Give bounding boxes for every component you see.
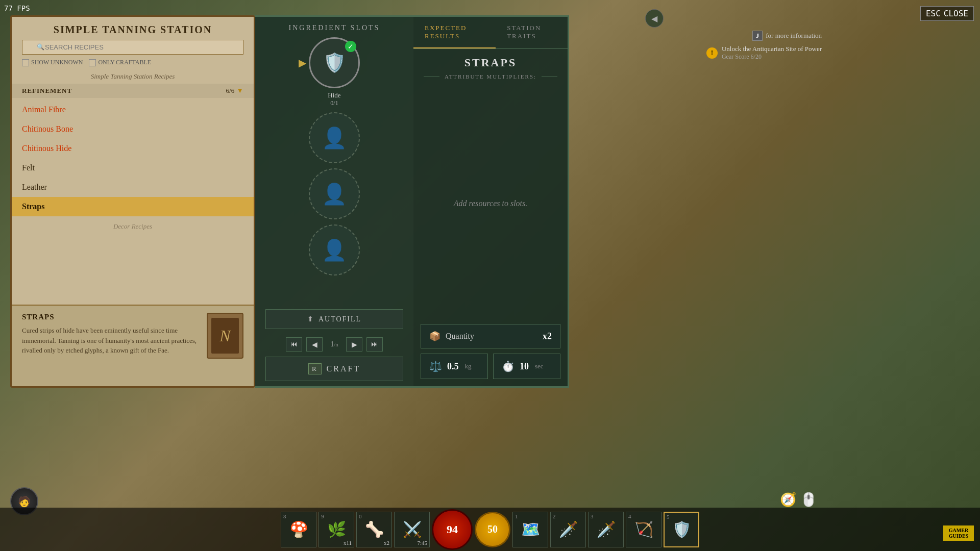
recipe-item-chitinous-hide[interactable]: Chitinous Hide <box>12 139 254 158</box>
slot-list: ▶ 🛡️ ✓ Hide 0/1 👤 👤 <box>255 37 413 289</box>
autofill-button[interactable]: ⬆ AUTOFILL <box>265 309 403 329</box>
craft-prev-button[interactable]: ◀ <box>306 337 323 352</box>
tab-expected-results[interactable]: EXPECTED RESULTS <box>413 17 496 48</box>
close-button[interactable]: ESC CLOSE <box>920 6 974 21</box>
hide-icon: 🛡️ <box>323 52 346 73</box>
hotbar-slot-8[interactable]: 8 🍄 <box>281 512 316 547</box>
slot-time: 7:45 <box>417 540 427 546</box>
slot-arrow-icon: ▶ <box>299 57 306 69</box>
craft-count-display: 1/n <box>327 340 342 348</box>
mouse-icon[interactable]: 🖱️ <box>800 492 817 508</box>
item-card: N <box>207 313 243 359</box>
n-glyph-icon: N <box>219 327 230 345</box>
slot-icon-0: 🦴 <box>365 520 384 538</box>
refinement-header: REFINEMENT 6/6 ▼ <box>12 84 254 98</box>
slot-num-2: 2 <box>553 513 556 519</box>
show-unknown-checkbox[interactable] <box>22 59 29 66</box>
weight-stat-box: ⚖️ 0.5 kg <box>421 354 488 379</box>
hotbar-slot-3[interactable]: 3 🗡️ <box>588 512 624 547</box>
only-craftable-filter[interactable]: ONLY CRAFTABLE <box>89 59 151 66</box>
ingredient-slot-2[interactable]: 👤 <box>309 112 360 163</box>
time-value: 10 <box>520 361 529 372</box>
ingredient-slot-1[interactable]: 🛡️ ✓ <box>309 37 360 88</box>
add-resources-message: Add resources to slots. <box>413 90 568 317</box>
right-tabs: EXPECTED RESULTS STATION TRAITS <box>413 17 568 49</box>
craft-nav: ⏮ ◀ 1/n ▶ ⏭ <box>255 334 413 354</box>
attr-line-left <box>424 77 439 77</box>
craft-first-button[interactable]: ⏮ <box>286 337 302 352</box>
refinement-count: 6/6 ▼ <box>226 87 243 95</box>
more-info-hint: J for more information <box>752 31 822 41</box>
right-panel: EXPECTED RESULTS STATION TRAITS STRAPS A… <box>413 15 569 388</box>
attr-line-right <box>542 77 557 77</box>
slot-num-9: 9 <box>321 513 324 519</box>
quantity-label: Quantity <box>446 332 474 341</box>
decor-recipes-label: Decor Recipes <box>12 216 254 237</box>
desc-item-title: STRAPS <box>22 313 200 321</box>
slot-num-4: 4 <box>628 513 631 519</box>
hotbar-slot-0[interactable]: 0 🦴 x2 <box>356 512 392 547</box>
compass-icon[interactable]: 🧭 <box>780 492 796 508</box>
search-input[interactable] <box>37 43 238 51</box>
show-unknown-filter[interactable]: SHOW UNKNOWN <box>22 59 83 66</box>
quantity-icon: 📦 <box>429 331 440 342</box>
slot-icon-5: 🛡️ <box>672 520 691 538</box>
ingredient-slot-3[interactable]: 👤 <box>309 168 360 219</box>
slot-count-9: x11 <box>344 540 352 546</box>
slot-num-3: 3 <box>591 513 594 519</box>
description-panel: STRAPS Cured strips of hide have been em… <box>12 305 254 386</box>
craft-last-button[interactable]: ⏭ <box>366 337 383 352</box>
health-value: 94 <box>447 523 458 536</box>
gear-score: Gear Score 6/20 <box>722 53 822 61</box>
recipe-item-leather[interactable]: Leather <box>12 178 254 197</box>
refinement-label: REFINEMENT <box>22 87 72 95</box>
only-craftable-label: ONLY CRAFTABLE <box>98 59 151 66</box>
weight-unit: kg <box>465 362 472 370</box>
time-unit: sec <box>535 362 544 370</box>
craft-button[interactable]: R CRAFT <box>265 357 403 381</box>
slot-icon-1: 🗺️ <box>521 520 540 538</box>
hotbar-slot-9[interactable]: 9 🌿 x11 <box>318 512 354 547</box>
recipe-item-animal-fibre[interactable]: Animal Fibre <box>12 100 254 119</box>
craft-key-badge: R <box>308 363 322 374</box>
empty-slot-icon-4: 👤 <box>322 238 347 262</box>
recipe-item-straps[interactable]: Straps <box>12 197 254 216</box>
result-title: STRAPS <box>413 49 568 73</box>
slot-icon-9: 🌿 <box>327 520 346 538</box>
recipes-section-label: Simple Tanning Station Recipes <box>12 70 254 84</box>
close-label: CLOSE <box>944 9 968 18</box>
item-card-icon: N <box>211 317 239 354</box>
center-panel: INGREDIENT SLOTS ▶ 🛡️ ✓ Hide 0/1 👤 <box>255 15 413 388</box>
hotbar-slot-5[interactable]: 5 🛡️ <box>664 512 699 547</box>
gamer-guides-logo: GAMERGUIDES <box>943 525 974 541</box>
quantity-value: x2 <box>543 331 552 342</box>
quest-icon: ! <box>706 47 718 59</box>
slot-num-0: 0 <box>359 513 362 519</box>
slot-num-8: 8 <box>283 513 286 519</box>
more-info-text: for more information <box>766 32 822 40</box>
recipe-item-chitinous-bone[interactable]: Chitinous Bone <box>12 119 254 139</box>
recipe-item-felt[interactable]: Felt <box>12 158 254 178</box>
ingredient-slot-4[interactable]: 👤 <box>309 224 360 276</box>
stamina-value: 50 <box>487 523 498 535</box>
sound-toggle-button[interactable]: ◀ <box>645 9 664 28</box>
gamer-guides-watermark: GAMERGUIDES <box>943 525 974 541</box>
desc-item-body: Cured strips of hide have been eminently… <box>22 325 200 356</box>
empty-slot-icon-2: 👤 <box>322 126 347 150</box>
hotbar-slot-1[interactable]: 1 🗺️ <box>512 512 548 547</box>
gg-logo-text: GAMERGUIDES <box>949 528 968 539</box>
attr-label: ATTRIBUTE MULTIPLIERS: <box>445 73 536 80</box>
sound-icon: ◀ <box>651 14 657 23</box>
empty-slot-icon-3: 👤 <box>322 182 347 206</box>
only-craftable-checkbox[interactable] <box>89 59 96 66</box>
craft-next-button[interactable]: ▶ <box>346 337 362 352</box>
show-unknown-label: SHOW UNKNOWN <box>31 59 83 66</box>
attribute-divider: ATTRIBUTE MULTIPLIERS: <box>413 73 568 90</box>
hotbar-slot-sword[interactable]: ⚔️ 7:45 <box>394 512 430 547</box>
hotbar-slot-2[interactable]: 2 🗡️ <box>550 512 586 547</box>
hotbar-slot-4[interactable]: 4 🏹 <box>626 512 662 547</box>
avatar-icon: 🧑 <box>18 495 31 508</box>
ingredient-slots-title: INGREDIENT SLOTS <box>255 17 413 37</box>
tab-station-traits[interactable]: STATION TRAITS <box>496 17 568 48</box>
left-panel: SIMPLE TANNING STATION 🔍 SHOW UNKNOWN ON… <box>10 15 255 388</box>
